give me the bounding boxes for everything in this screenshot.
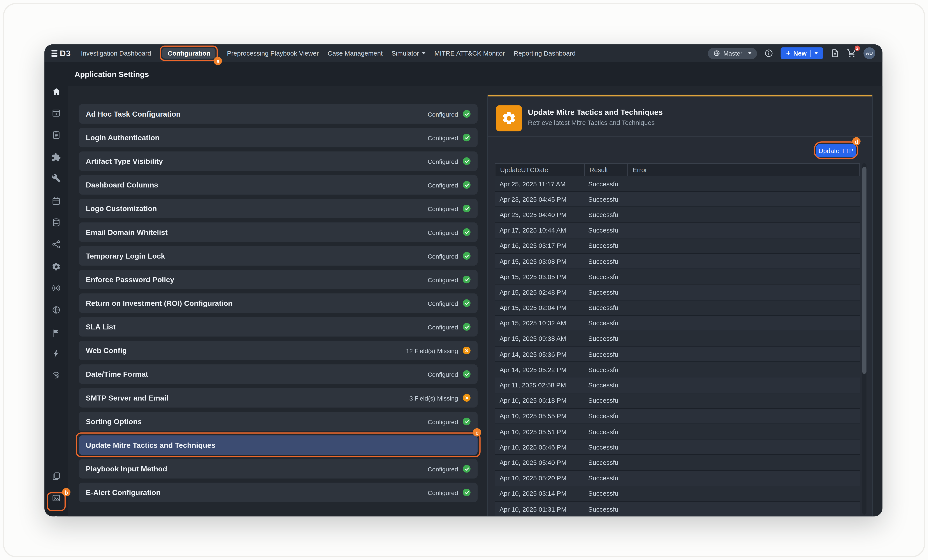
settings-item-label: Temporary Login Lock xyxy=(86,252,165,260)
geo-monitor-icon[interactable] xyxy=(52,305,61,315)
panel-title: Update Mitre Tactics and Techniques xyxy=(528,108,663,117)
ttp-log-row: Apr 15, 2025 02:48 PMSuccessful xyxy=(495,285,860,300)
configured-check-icon xyxy=(463,205,470,212)
settings-item[interactable]: Update Mitre Tactics and Techniques xyxy=(79,435,478,455)
tab-case-management[interactable]: Case Management xyxy=(328,50,383,57)
log-result: Successful xyxy=(583,273,627,280)
settings-item-label: Login Authentication xyxy=(86,134,160,142)
settings-item[interactable]: Ad Hoc Task ConfigurationConfigured xyxy=(79,104,478,123)
settings-gear-icon[interactable] xyxy=(52,262,61,271)
settings-item[interactable]: Email Domain WhitelistConfigured xyxy=(79,222,478,242)
panel-gear-icon xyxy=(496,105,522,131)
automation-icon[interactable] xyxy=(52,349,61,358)
app-settings-gear-icon[interactable] xyxy=(52,515,61,516)
settings-item[interactable]: Logo CustomizationConfigured xyxy=(79,199,478,218)
settings-item[interactable]: Temporary Login LockConfigured xyxy=(79,246,478,266)
settings-item[interactable]: SLA ListConfigured xyxy=(79,317,478,336)
ttp-table-body: Apr 25, 2025 11:17 AMSuccessfulApr 23, 2… xyxy=(495,176,860,516)
tab-preprocessing-playbook-viewer[interactable]: Preprocessing Playbook Viewer xyxy=(227,50,319,57)
ttp-log-row: Apr 15, 2025 02:04 PMSuccessful xyxy=(495,300,860,316)
tab-investigation-dashboard[interactable]: Investigation Dashboard xyxy=(81,50,151,57)
log-date: Apr 14, 2025 05:22 PM xyxy=(495,366,584,373)
document-icon[interactable] xyxy=(830,49,840,58)
settings-list: Ad Hoc Task ConfigurationConfiguredLogin… xyxy=(79,104,478,507)
copy-pages-icon[interactable] xyxy=(52,472,61,481)
calendar-icon[interactable] xyxy=(52,196,61,206)
update-ttp-button[interactable]: Update TTP xyxy=(816,145,856,157)
environment-label: Master xyxy=(723,50,742,57)
utilities-icon[interactable] xyxy=(52,173,61,183)
fingerprint-icon[interactable] xyxy=(52,370,61,380)
top-navigation: D3 Investigation Dashboard Configuration… xyxy=(44,44,882,62)
annotation-box-a: Configuration a xyxy=(160,46,218,61)
chevron-down-icon xyxy=(422,52,426,55)
settings-item-status-group: Configured xyxy=(428,110,470,118)
avatar[interactable]: AU xyxy=(864,47,875,59)
environment-selector[interactable]: Master xyxy=(708,48,757,59)
configured-check-icon xyxy=(463,299,470,307)
log-date: Apr 17, 2025 10:44 AM xyxy=(495,227,584,234)
home-icon[interactable] xyxy=(52,87,61,96)
log-date: Apr 23, 2025 04:45 PM xyxy=(495,196,584,202)
log-result: Successful xyxy=(583,320,627,327)
info-icon[interactable] xyxy=(764,49,774,58)
screenshot-canvas: D3 Investigation Dashboard Configuration… xyxy=(0,0,928,560)
log-result: Successful xyxy=(583,505,627,513)
tab-simulator[interactable]: Simulator xyxy=(392,50,426,57)
topnav-right-controls: Master +New 2 AU xyxy=(708,47,876,59)
settings-item-status-group: Configured xyxy=(428,275,470,283)
tab-mitre-attck-monitor[interactable]: MITRE ATT&CK Monitor xyxy=(435,50,505,57)
log-date: Apr 10, 2025 05:40 PM xyxy=(495,459,584,466)
settings-item-status-group: 3 Field(s) Missing xyxy=(409,394,470,402)
broadcast-icon[interactable] xyxy=(52,283,61,293)
playbook-schedule-icon[interactable] xyxy=(52,108,61,118)
settings-item[interactable]: Date/Time FormatConfigured xyxy=(79,364,478,384)
settings-item[interactable]: SMTP Server and Email3 Field(s) Missing xyxy=(79,388,478,408)
ttp-log-row: Apr 25, 2025 11:17 AMSuccessful xyxy=(495,176,860,192)
cart-icon[interactable]: 2 xyxy=(847,49,856,58)
settings-item-label: Logo Customization xyxy=(86,204,157,213)
settings-item-label: Return on Investment (ROI) Configuration xyxy=(86,299,232,307)
log-result: Successful xyxy=(583,428,627,435)
settings-item[interactable]: Web Config12 Field(s) Missing xyxy=(79,341,478,360)
ttp-log-row: Apr 23, 2025 04:40 PMSuccessful xyxy=(495,207,860,223)
configured-check-icon xyxy=(463,110,470,118)
log-date: Apr 10, 2025 05:46 PM xyxy=(495,443,584,450)
settings-item-label: SMTP Server and Email xyxy=(86,394,168,402)
primary-nav: Investigation Dashboard Configuration a … xyxy=(81,46,575,61)
settings-item[interactable]: Artifact Type VisibilityConfigured xyxy=(79,151,478,171)
log-result: Successful xyxy=(583,443,627,450)
media-library-icon[interactable] xyxy=(52,493,61,503)
table-scrollbar-thumb[interactable] xyxy=(862,167,867,374)
report-icon[interactable] xyxy=(52,130,61,140)
configured-check-icon xyxy=(463,134,470,141)
log-date: Apr 15, 2025 09:38 AM xyxy=(495,335,584,342)
configured-check-icon xyxy=(463,323,470,330)
log-result: Successful xyxy=(583,211,627,218)
new-button[interactable]: +New xyxy=(781,47,823,59)
log-date: Apr 10, 2025 01:31 PM xyxy=(495,505,584,513)
tab-configuration[interactable]: Configuration xyxy=(162,48,216,59)
fields-missing-x-icon xyxy=(463,394,470,402)
escalation-flag-icon[interactable] xyxy=(52,328,61,338)
tab-reporting-dashboard[interactable]: Reporting Dashboard xyxy=(514,50,575,57)
integrations-icon[interactable] xyxy=(52,153,61,162)
settings-item[interactable]: Enforce Password PolicyConfigured xyxy=(79,270,478,289)
settings-item[interactable]: Return on Investment (ROI) Configuration… xyxy=(79,293,478,313)
settings-item-status-group: Configured xyxy=(428,205,470,212)
link-analysis-icon[interactable] xyxy=(52,239,61,249)
settings-item-status-group: Configured xyxy=(428,228,470,236)
ttp-log-row: Apr 15, 2025 09:38 AMSuccessful xyxy=(495,331,860,347)
settings-item[interactable]: Login AuthenticationConfigured xyxy=(79,128,478,147)
globe-icon xyxy=(713,50,720,57)
database-icon[interactable] xyxy=(52,218,61,227)
ttp-log-row: Apr 15, 2025 10:32 AMSuccessful xyxy=(495,316,860,331)
d3-logo[interactable]: D3 xyxy=(52,49,71,58)
ttp-log-row: Apr 10, 2025 06:18 PMSuccessful xyxy=(495,393,860,409)
chevron-down-icon xyxy=(748,52,752,55)
settings-item[interactable]: Sorting OptionsConfigured xyxy=(79,412,478,431)
ttp-log-row: Apr 10, 2025 05:51 PMSuccessful xyxy=(495,424,860,440)
settings-item[interactable]: E-Alert ConfigurationConfigured xyxy=(79,483,478,502)
settings-item[interactable]: Playbook Input MethodConfigured xyxy=(79,459,478,478)
settings-item[interactable]: Dashboard ColumnsConfigured xyxy=(79,175,478,195)
